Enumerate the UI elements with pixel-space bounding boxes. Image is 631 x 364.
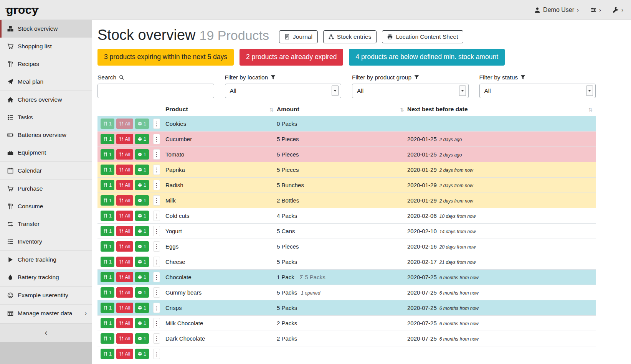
consume-all-button[interactable]: All: [116, 195, 133, 206]
row-menu-button[interactable]: ⋮: [153, 349, 160, 359]
sidebar-item-purchase[interactable]: Purchase: [0, 180, 92, 198]
consume-one-button[interactable]: 1: [101, 195, 114, 206]
best-before-column-header[interactable]: Next best before date ⇅: [407, 104, 596, 116]
status-banner-info[interactable]: 4 products are below defined min. stock …: [349, 49, 505, 66]
admin-menu[interactable]: ›: [613, 7, 623, 13]
row-menu-button[interactable]: ⋮: [153, 165, 160, 175]
consume-one-button[interactable]: 1: [101, 134, 114, 144]
consume-one-button[interactable]: 1: [101, 180, 114, 190]
open-one-button[interactable]: 1: [135, 287, 149, 298]
open-one-button[interactable]: 1: [135, 165, 149, 175]
location-select[interactable]: All: [225, 84, 342, 98]
location-content-sheet-button[interactable]: Location Content Sheet: [382, 30, 463, 43]
row-menu-button[interactable]: ⋮: [153, 119, 160, 129]
stock-entries-button[interactable]: Stock entries: [323, 30, 377, 43]
row-menu-button[interactable]: ⋮: [153, 211, 160, 221]
sidebar-item-chores-overview[interactable]: Chores overview: [0, 91, 92, 109]
open-one-button[interactable]: 1: [135, 318, 149, 328]
consume-all-button[interactable]: All: [116, 287, 133, 298]
search-input[interactable]: [97, 84, 214, 98]
open-one-button[interactable]: 1: [135, 195, 149, 206]
consume-one-button[interactable]: 1: [101, 165, 114, 175]
sidebar-item-calendar[interactable]: Calendar: [0, 162, 92, 180]
status-banner-warning[interactable]: 3 products expiring within the next 5 da…: [97, 49, 234, 66]
consume-all-button[interactable]: All: [116, 180, 133, 190]
sidebar-item-shopping-list[interactable]: Shopping list: [0, 38, 92, 55]
open-one-button[interactable]: 1: [135, 241, 149, 252]
consume-one-button[interactable]: 1: [101, 257, 114, 267]
row-menu-button[interactable]: ⋮: [153, 287, 160, 298]
consume-all-button[interactable]: All: [116, 303, 133, 313]
sidebar-item-battery-tracking[interactable]: Battery tracking: [0, 268, 92, 286]
status-select[interactable]: All: [479, 84, 596, 98]
sidebar-item-chore-tracking[interactable]: Chore tracking: [0, 251, 92, 268]
consume-all-button[interactable]: All: [116, 226, 133, 236]
row-menu-button[interactable]: ⋮: [153, 303, 160, 313]
consume-one-button[interactable]: 1: [101, 318, 114, 328]
consume-one-button[interactable]: 1: [101, 303, 114, 313]
open-one-button[interactable]: 1: [135, 149, 149, 160]
open-one-button[interactable]: 1: [135, 134, 149, 144]
consume-all-button[interactable]: All: [116, 257, 133, 267]
row-menu-button[interactable]: ⋮: [153, 149, 160, 160]
row-menu-button[interactable]: ⋮: [153, 134, 160, 144]
open-one-button[interactable]: 1: [135, 211, 149, 221]
sidebar-item-tasks[interactable]: Tasks: [0, 109, 92, 126]
consume-all-button[interactable]: All: [116, 272, 133, 282]
consume-all-button[interactable]: All: [116, 119, 133, 129]
consume-one-button[interactable]: 1: [101, 333, 114, 344]
row-menu-button[interactable]: ⋮: [153, 318, 160, 328]
product-column-header[interactable]: Product ⇅: [165, 104, 277, 116]
sort-icon[interactable]: ⇅: [588, 107, 593, 112]
row-menu-button[interactable]: ⋮: [153, 195, 160, 206]
sidebar-collapse-button[interactable]: ‹: [0, 323, 92, 342]
sidebar-item-meal-plan[interactable]: Meal plan: [0, 73, 92, 91]
open-one-button[interactable]: 1: [135, 119, 149, 129]
consume-one-button[interactable]: 1: [101, 226, 114, 236]
consume-all-button[interactable]: All: [116, 349, 133, 359]
consume-one-button[interactable]: 1: [101, 149, 114, 160]
sidebar-item-inventory[interactable]: Inventory: [0, 233, 92, 250]
row-menu-button[interactable]: ⋮: [153, 257, 160, 267]
status-banner-danger[interactable]: 2 products are already expired: [240, 49, 343, 66]
sort-icon[interactable]: ⇅: [269, 107, 274, 112]
row-menu-button[interactable]: ⋮: [153, 333, 160, 344]
open-one-button[interactable]: 1: [135, 333, 149, 344]
app-logo[interactable]: grocy: [6, 4, 38, 16]
sidebar-item-transfer[interactable]: Transfer: [0, 215, 92, 233]
consume-all-button[interactable]: All: [116, 211, 133, 221]
consume-one-button[interactable]: 1: [101, 241, 114, 252]
consume-all-button[interactable]: All: [116, 241, 133, 252]
consume-all-button[interactable]: All: [116, 333, 133, 344]
consume-one-button[interactable]: 1: [101, 349, 114, 359]
row-menu-button[interactable]: ⋮: [153, 226, 160, 236]
amount-column-header[interactable]: Amount ⇅: [277, 104, 407, 116]
open-one-button[interactable]: 1: [135, 272, 149, 282]
consume-all-button[interactable]: All: [116, 134, 133, 144]
consume-all-button[interactable]: All: [116, 318, 133, 328]
open-one-button[interactable]: 1: [135, 257, 149, 267]
sidebar-item-stock-overview[interactable]: Stock overview: [0, 20, 92, 38]
consume-one-button[interactable]: 1: [101, 211, 114, 221]
row-menu-button[interactable]: ⋮: [153, 272, 160, 282]
sidebar-item-recipes[interactable]: Recipes: [0, 55, 92, 73]
journal-button[interactable]: Journal: [279, 30, 318, 43]
sidebar-item-example-userentity[interactable]: Example userentity: [0, 287, 92, 304]
product-group-select[interactable]: All: [352, 84, 469, 98]
consume-all-button[interactable]: All: [116, 149, 133, 160]
open-one-button[interactable]: 1: [135, 303, 149, 313]
open-one-button[interactable]: 1: [135, 226, 149, 236]
row-menu-button[interactable]: ⋮: [153, 241, 160, 252]
sort-icon[interactable]: ⇅: [400, 107, 404, 112]
user-menu[interactable]: Demo User ›: [534, 7, 579, 13]
sidebar-item-batteries-overview[interactable]: Batteries overview: [0, 126, 92, 144]
consume-all-button[interactable]: All: [116, 165, 133, 175]
open-one-button[interactable]: 1: [135, 349, 149, 359]
open-one-button[interactable]: 1: [135, 180, 149, 190]
settings-menu[interactable]: ›: [590, 7, 601, 13]
consume-one-button[interactable]: 1: [101, 287, 114, 298]
consume-one-button[interactable]: 1: [101, 119, 114, 129]
sidebar-item-equipment[interactable]: Equipment: [0, 144, 92, 161]
row-menu-button[interactable]: ⋮: [153, 180, 160, 190]
sidebar-item-manage-master-data[interactable]: Manage master data›: [0, 305, 92, 322]
